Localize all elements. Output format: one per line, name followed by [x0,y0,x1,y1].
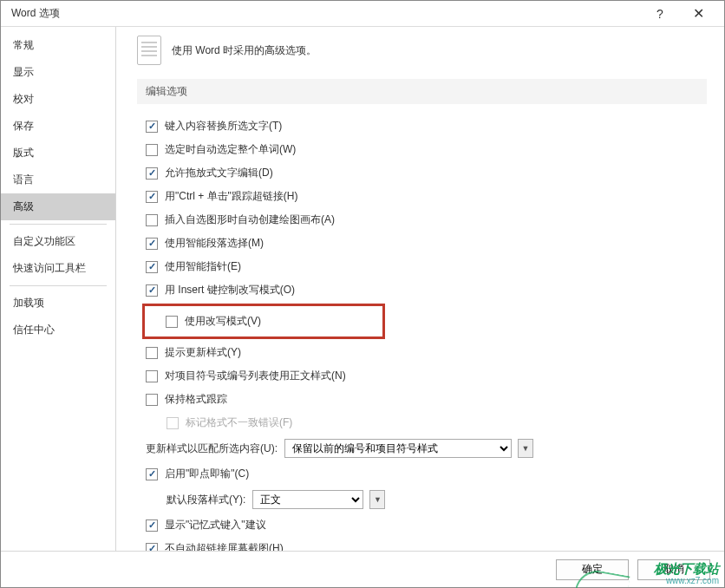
help-button[interactable]: ? [641,2,679,26]
opt-show-autocomplete[interactable]: 显示"记忆式键入"建议 [146,513,707,537]
sidebar-item-language[interactable]: 语言 [1,167,115,193]
main-panel: 使用 Word 时采用的高级选项。 编辑选项 键入内容替换所选文字(T) 选定时… [116,27,724,551]
opt-insert-key-overtype[interactable]: 用 Insert 键控制改写模式(O) [146,278,707,302]
checkbox-icon[interactable] [146,394,158,406]
opt-mark-formatting-inconsistencies: 标记格式不一致错误(F) [167,411,707,434]
page-header: 使用 Word 时采用的高级选项。 [137,36,707,65]
opt-normal-style-lists[interactable]: 对项目符号或编号列表使用正文样式(N) [146,364,707,388]
sidebar-item-quick-access[interactable]: 快速访问工具栏 [1,255,115,282]
checkbox-icon[interactable] [146,468,158,480]
checkbox-icon[interactable] [146,121,158,133]
checkbox-icon[interactable] [146,261,158,273]
field-update-style-match: 更新样式以匹配所选内容(U): 保留以前的编号和项目符号样式 ▼ [146,434,707,462]
opt-no-auto-hyperlink-screenshots[interactable]: 不自动超链接屏幕截图(H) [146,537,707,551]
dialog-body: 常规 显示 校对 保存 版式 语言 高级 自定义功能区 快速访问工具栏 加载项 … [1,27,724,551]
page-header-text: 使用 Word 时采用的高级选项。 [172,43,317,58]
opt-click-and-type[interactable]: 启用"即点即输"(C) [146,462,707,486]
highlight-annotation: 使用改写模式(V) [142,304,385,339]
cancel-button[interactable]: 取消 [637,559,710,580]
titlebar: Word 选项 ? ✕ [1,1,724,27]
sidebar-item-layout[interactable]: 版式 [1,140,115,167]
sidebar-item-proofing[interactable]: 校对 [1,86,115,113]
checkbox-icon [167,417,179,429]
section-title-editing: 编辑选项 [137,79,707,104]
document-icon [137,36,161,65]
checkbox-icon[interactable] [146,347,158,359]
sidebar-item-general[interactable]: 常规 [1,32,115,59]
opt-prompt-update-style[interactable]: 提示更新样式(Y) [146,341,707,364]
combo-default-paragraph-style[interactable]: 正文 [252,490,363,509]
opt-use-overtype-mode[interactable]: 使用改写模式(V) [166,310,382,333]
checkbox-icon[interactable] [146,519,158,532]
sidebar: 常规 显示 校对 保存 版式 语言 高级 自定义功能区 快速访问工具栏 加载项 … [1,27,116,551]
checkbox-icon[interactable] [146,370,158,382]
sidebar-item-trust-center[interactable]: 信任中心 [1,317,115,343]
checkbox-icon[interactable] [146,144,158,156]
checkbox-icon[interactable] [146,284,158,297]
sidebar-item-save[interactable]: 保存 [1,113,115,140]
field-default-paragraph-style: 默认段落样式(Y): 正文 ▼ [167,486,707,513]
opt-typing-replaces-selection[interactable]: 键入内容替换所选文字(T) [146,114,707,138]
close-button[interactable]: ✕ [679,2,717,26]
opt-smart-cursoring[interactable]: 使用智能指针(E) [146,255,707,278]
dialog-title: Word 选项 [11,6,641,21]
sidebar-item-customize-ribbon[interactable]: 自定义功能区 [1,228,115,255]
opt-keep-track-formatting[interactable]: 保持格式跟踪 [146,388,707,411]
editing-options: 键入内容替换所选文字(T) 选定时自动选定整个单词(W) 允许拖放式文字编辑(D… [137,114,707,551]
opt-smart-paragraph-select[interactable]: 使用智能段落选择(M) [146,232,707,255]
chevron-down-icon[interactable]: ▼ [369,490,385,509]
sidebar-separator [10,285,107,286]
checkbox-icon[interactable] [146,191,158,203]
combo-update-style[interactable]: 保留以前的编号和项目符号样式 [284,439,512,458]
sidebar-separator [10,224,107,225]
dialog-footer: 确定 取消 极光下载站 www.xz7.com [1,551,724,587]
checkbox-icon[interactable] [146,214,158,226]
opt-ctrl-click-hyperlink[interactable]: 用"Ctrl + 单击"跟踪超链接(H) [146,185,707,208]
checkbox-icon[interactable] [146,238,158,250]
checkbox-icon[interactable] [166,316,178,328]
field-label: 默认段落样式(Y): [167,493,245,507]
checkbox-icon[interactable] [146,543,158,552]
field-label: 更新样式以匹配所选内容(U): [146,441,278,456]
opt-auto-select-word[interactable]: 选定时自动选定整个单词(W) [146,138,707,161]
checkbox-icon[interactable] [146,167,158,180]
sidebar-item-addins[interactable]: 加载项 [1,290,115,317]
opt-drag-drop-editing[interactable]: 允许拖放式文字编辑(D) [146,161,707,185]
word-options-dialog: Word 选项 ? ✕ 常规 显示 校对 保存 版式 语言 高级 自定义功能区 … [0,0,725,588]
sidebar-item-advanced[interactable]: 高级 [1,193,115,220]
opt-auto-create-canvas[interactable]: 插入自选图形时自动创建绘图画布(A) [146,208,707,232]
chevron-down-icon[interactable]: ▼ [518,439,533,458]
sidebar-item-display[interactable]: 显示 [1,59,115,86]
